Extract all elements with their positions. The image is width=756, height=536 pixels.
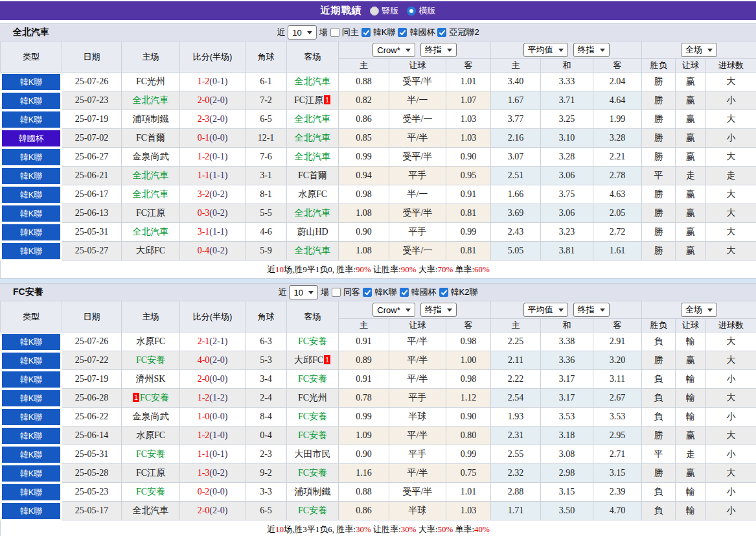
scope-select[interactable]: 全场	[681, 303, 717, 317]
league-checkbox-0[interactable]	[361, 28, 371, 37]
avg-draw-cell: 3.18	[541, 426, 593, 445]
match-row: 韓K聯25-06-22金泉尚武1-0(0-0)8-4FC安養0.99半球0.90…	[1, 408, 756, 426]
home-team-cell: 全北汽車	[122, 502, 180, 520]
avg-stage-select[interactable]: 终指	[573, 303, 610, 317]
home-team-text: 水原FC	[136, 336, 165, 346]
match-row: 韓K聯25-07-23全北汽車2-0(2-0)7-2FC江原10.82半/一1.…	[1, 91, 756, 110]
same-venue-checkbox[interactable]	[332, 288, 341, 297]
avg-draw-cell: 2.98	[541, 464, 593, 483]
odds-company-select[interactable]: Crow*	[372, 43, 415, 57]
sub-header-0: 主	[339, 59, 389, 73]
avg-away-cell: 4.70	[593, 502, 642, 520]
header-row-top: 类型日期主场比分(半场)角球客场Crow*终指平均值终指全场	[1, 301, 756, 319]
avg-home-cell: 2.22	[491, 370, 541, 389]
handicap-line-cell: 半球	[389, 502, 446, 520]
handicap-line-cell: 受平/半	[389, 483, 446, 502]
scope-select[interactable]: 全场	[681, 43, 717, 57]
half-time-score: (0-2)	[209, 246, 227, 255]
odds-stage-select[interactable]: 终指	[420, 43, 457, 57]
handicap-line-cell: 受平/半	[389, 204, 446, 223]
summary-segment: 90%	[356, 264, 371, 274]
away-team-text: FC光州	[298, 393, 327, 402]
odds-away-cell: 0.81	[446, 204, 491, 223]
league-checkbox-1[interactable]	[400, 288, 409, 297]
home-team-name: FC安養	[136, 449, 165, 459]
odds-home-cell: 1.09	[339, 426, 389, 445]
score-cell: 0-3(0-2)	[180, 204, 246, 223]
home-team-name: FC安養	[136, 487, 165, 496]
recent-count-select[interactable]: 10	[289, 285, 317, 299]
avg-home-cell: 2.11	[491, 351, 541, 370]
half-time-score: (2-0)	[209, 355, 227, 365]
home-team-cell: 水原FC	[122, 332, 180, 351]
date-cell: 25-05-27	[62, 242, 122, 261]
date-cell: 25-07-02	[62, 129, 122, 148]
avg-stage-select-value: 终指	[578, 44, 595, 56]
league-checkbox-2[interactable]	[439, 288, 448, 297]
odds-home-cell: 0.99	[339, 148, 389, 167]
corner-cell: 6-3	[246, 332, 287, 351]
radio-horizontal-icon[interactable]	[407, 6, 416, 16]
home-team-cell: 濟州SK	[122, 370, 180, 389]
corner-cell: 5-3	[246, 351, 287, 370]
odds-company-select[interactable]: Crow*	[372, 303, 415, 317]
half-time-score: (2-0)	[209, 114, 227, 124]
half-time-score: (1-1)	[209, 227, 227, 237]
date-cell: 25-07-22	[62, 351, 122, 370]
league-checkbox-2[interactable]	[437, 28, 446, 37]
away-team-cell: 水原FC	[287, 185, 339, 204]
layout-radio-vertical[interactable]: 豎版	[370, 5, 399, 17]
home-team-name: FC江原	[136, 468, 165, 478]
home-team-name: FC首爾	[136, 133, 165, 143]
date-cell: 25-05-31	[62, 223, 122, 242]
avg-type-select-value: 平均值	[528, 304, 553, 316]
column-header-4: 角球	[246, 301, 287, 332]
avg-type-select[interactable]: 平均值	[523, 303, 568, 317]
recent-count-select[interactable]: 10	[288, 25, 316, 40]
home-team-cell: 全北汽車	[122, 223, 180, 242]
odds-away-cell: 0.81	[446, 242, 491, 261]
home-team-cell: FC安養	[122, 483, 180, 502]
same-venue-checkbox[interactable]	[330, 28, 339, 37]
near-label: 近	[277, 27, 285, 38]
handicap-line-cell: 半/一	[389, 185, 446, 204]
summary-segment: 单率:	[453, 524, 474, 534]
odds-away-cell: 1.03	[446, 502, 491, 520]
odds-away-cell: 0.90	[446, 408, 491, 426]
avg-home-cell: 2.32	[491, 464, 541, 483]
corner-cell: 3-4	[246, 370, 287, 389]
radio-vertical-icon[interactable]	[370, 6, 379, 16]
match-row: 韓K聯25-06-14水原FC1-2(1-0)0-4FC安養1.09平/半0.8…	[1, 426, 756, 445]
away-team-name: 大田市民	[295, 449, 331, 459]
league-checkbox-0[interactable]	[363, 288, 372, 297]
avg-type-select[interactable]: 平均值	[523, 43, 568, 57]
league-checkbox-1[interactable]	[398, 28, 407, 37]
odds-home-cell: 0.91	[339, 370, 389, 389]
avg-draw-cell: 3.36	[541, 351, 593, 370]
match-row: 韓K聯25-07-19浦項制鐵2-3(2-0)6-5全北汽車0.86受半/一1.…	[1, 110, 756, 129]
league-checkbox-label-2: 亞冠聯2	[449, 27, 479, 38]
radio-horizontal-label: 橫版	[419, 5, 436, 17]
league-badge: 韓K聯	[2, 447, 60, 463]
avg-away-cell: 2.39	[593, 483, 642, 502]
full-time-score: 0-4	[198, 246, 210, 255]
summary-segment: 30%	[401, 524, 417, 534]
odds-home-cell: 0.82	[339, 91, 389, 110]
odds-home-cell: 0.89	[339, 351, 389, 370]
avg-draw-cell: 3.17	[541, 389, 593, 408]
home-team-text: 濟州SK	[136, 374, 166, 384]
matches-table-0: 类型日期主场比分(半场)角球客场Crow*终指平均值终指全场主让球客主和客胜负让…	[0, 41, 756, 279]
away-team-name: FC安養	[298, 374, 327, 384]
summary-cell: 近10场,胜3平1负6, 胜率:30% 让胜率:30% 大率:50% 单率:40…	[1, 520, 756, 536]
summary-segment: 让胜率:	[371, 524, 401, 534]
sub-header-4: 和	[541, 59, 593, 73]
avg-stage-select[interactable]: 终指	[573, 43, 610, 57]
avg-away-cell: 2.91	[593, 332, 642, 351]
layout-radio-horizontal[interactable]: 橫版	[407, 5, 436, 17]
full-time-score: 2-3	[198, 114, 210, 124]
sub-header-5: 客	[593, 319, 642, 332]
result-wdl-cell: 勝	[642, 110, 676, 129]
summary-segment: 单率:	[453, 264, 474, 274]
home-team-name: 水原FC	[136, 430, 165, 440]
odds-stage-select[interactable]: 终指	[420, 303, 457, 317]
